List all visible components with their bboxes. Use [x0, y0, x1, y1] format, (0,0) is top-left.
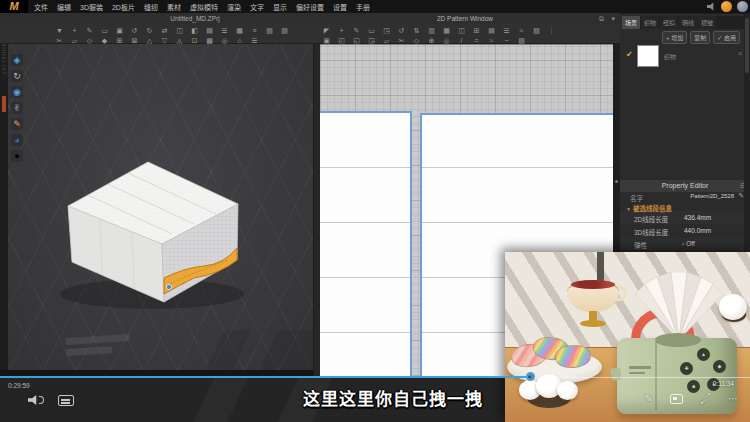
speaker-icon[interactable]	[707, 3, 716, 11]
tool-icon[interactable]: ◬	[175, 36, 184, 45]
tool-icon[interactable]: ▥	[427, 26, 436, 35]
tool-icon[interactable]: ▤	[205, 26, 214, 35]
tool-icon[interactable]: ◇	[412, 36, 421, 45]
edit-pencil-icon[interactable]: ✎	[645, 393, 653, 404]
tool-icon[interactable]: ⊞	[472, 26, 481, 35]
tool-icon[interactable]: ▨	[280, 26, 289, 35]
tool-icon[interactable]: ◇	[85, 36, 94, 45]
object-browser-tab[interactable]: 场景	[622, 16, 640, 29]
menu-item[interactable]: 文件	[34, 2, 48, 12]
tool-icon[interactable]: ▦	[442, 26, 451, 35]
tool-icon[interactable]: ◱	[352, 36, 361, 45]
viewport-tool-icon[interactable]: ✌	[11, 102, 23, 114]
tool-icon[interactable]: ◧	[190, 26, 199, 35]
pane-divider[interactable]	[313, 44, 320, 376]
subtitle-toggle-icon[interactable]	[58, 395, 74, 406]
tool-icon[interactable]: ✎	[85, 26, 94, 35]
tool-icon[interactable]: ▧	[265, 26, 274, 35]
tool-icon[interactable]: +	[337, 26, 346, 35]
tool-icon[interactable]: ◫	[457, 26, 466, 35]
tool-icon[interactable]: ✂	[55, 36, 64, 45]
tool-icon[interactable]: ✎	[352, 26, 361, 35]
more-options-icon[interactable]: ⋯	[728, 393, 738, 404]
toggle-icon[interactable]: ▪	[682, 241, 684, 247]
tool-icon[interactable]: ⊠	[130, 36, 139, 45]
menu-item[interactable]: 3D服装	[80, 2, 103, 12]
video-progress-remaining[interactable]	[531, 377, 750, 378]
menu-item[interactable]: 2D板片	[112, 2, 135, 12]
viewport-tool-icon[interactable]: ◕	[11, 134, 23, 146]
menu-item[interactable]: 显示	[273, 2, 287, 12]
video-progress-handle[interactable]	[526, 372, 535, 381]
object-browser-tab[interactable]: 明线	[679, 16, 697, 29]
tool-icon[interactable]: ◎	[220, 36, 229, 45]
tool-icon[interactable]: /	[457, 36, 466, 45]
tool-icon[interactable]: ▩	[205, 36, 214, 45]
object-browser-button[interactable]: 复制	[690, 31, 710, 44]
viewport-3d[interactable]: ◈↻◉✌✎◕●	[8, 44, 313, 370]
tool-icon[interactable]: ≈	[487, 36, 496, 45]
document-title[interactable]: Untitled_MD.ZPrj	[130, 13, 260, 24]
tool-icon[interactable]: ⋮	[547, 26, 556, 35]
tool-icon[interactable]: ≈	[517, 26, 526, 35]
chevron-down-icon[interactable]: ▾	[611, 13, 615, 24]
viewport-tool-icon[interactable]: ◈	[11, 54, 23, 66]
menu-item[interactable]: 手册	[356, 2, 370, 12]
tool-icon[interactable]: ◤	[322, 26, 331, 35]
tool-icon[interactable]: ⊡	[190, 36, 199, 45]
tool-icon[interactable]: ↺	[397, 26, 406, 35]
object-browser-tab[interactable]: 织物	[641, 16, 659, 29]
tool-icon[interactable]: ☰	[502, 26, 511, 35]
tissue-box-3d-model[interactable]	[38, 144, 273, 319]
card-icon[interactable]	[670, 394, 683, 404]
object-browser-button[interactable]: + 增加	[662, 31, 687, 44]
volume-icon[interactable]	[28, 394, 44, 406]
tool-icon[interactable]: ▽	[160, 36, 169, 45]
tool-icon[interactable]: ▣	[115, 26, 124, 35]
fabric-swatch[interactable]	[637, 45, 659, 67]
tool-icon[interactable]: ✂	[397, 36, 406, 45]
tool-icon[interactable]: ▱	[70, 36, 79, 45]
restore-window-icon[interactable]: ⧉	[599, 13, 604, 24]
tool-icon[interactable]: ⊕	[427, 36, 436, 45]
pattern-piece-left[interactable]	[320, 111, 412, 376]
tool-icon[interactable]: ⇄	[160, 26, 169, 35]
tool-icon[interactable]: ◎	[442, 36, 451, 45]
menu-item[interactable]: 设置	[333, 2, 347, 12]
tool-icon[interactable]: ◰	[337, 36, 346, 45]
tool-icon[interactable]: ☰	[250, 36, 259, 45]
tool-icon[interactable]: ⇅	[412, 26, 421, 35]
name-value[interactable]: Pattern2D_2528	[690, 193, 734, 199]
tool-icon[interactable]: ◫	[175, 26, 184, 35]
tool-icon[interactable]: ▦	[235, 26, 244, 35]
pip-video-overlay[interactable]: ▲ ◆ ● ■ ✚ 0:11:34 ✎ ↗↙ ⋯	[505, 252, 750, 422]
tool-icon[interactable]: ☰	[220, 26, 229, 35]
tool-icon[interactable]: ↻	[145, 26, 154, 35]
resize-icon[interactable]: ↗↙	[700, 393, 711, 404]
tool-icon[interactable]: ▧	[532, 26, 541, 35]
tool-icon[interactable]: ▭	[100, 26, 109, 35]
menu-item[interactable]: 编辑	[57, 2, 71, 12]
tool-icon[interactable]: ≡	[250, 26, 259, 35]
tool-icon[interactable]: ◆	[100, 36, 109, 45]
menu-item[interactable]: 渲染	[227, 2, 241, 12]
tool-icon[interactable]: ▤	[487, 26, 496, 35]
tool-icon[interactable]: ~	[502, 36, 511, 45]
tool-icon[interactable]: ▼	[55, 26, 64, 35]
menu-item[interactable]: 文字	[250, 2, 264, 12]
avatar-orange[interactable]	[721, 1, 732, 12]
tool-icon[interactable]: ◲	[367, 36, 376, 45]
viewport-tool-icon[interactable]: ✎	[11, 118, 23, 130]
tool-icon[interactable]: ⌂	[235, 36, 244, 45]
menu-item[interactable]: 虚拟模特	[190, 2, 218, 12]
tool-icon[interactable]: +	[70, 26, 79, 35]
menu-item[interactable]: 素材	[167, 2, 181, 12]
menu-item[interactable]: 偏好设置	[296, 2, 324, 12]
object-browser-tab[interactable]: 褶皱	[698, 16, 716, 29]
viewport-tool-icon[interactable]: ◉	[11, 86, 23, 98]
tool-icon[interactable]: ◳	[382, 26, 391, 35]
tool-icon[interactable]: ↺	[130, 26, 139, 35]
fabric-item-menu-icon[interactable]: ≡	[738, 50, 742, 57]
object-browser-button[interactable]: ✓ 启用	[713, 31, 740, 44]
viewport-tool-icon[interactable]: ↻	[11, 70, 23, 82]
